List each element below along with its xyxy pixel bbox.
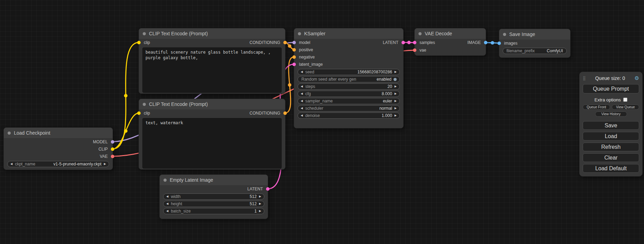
widget-steps[interactable]: ◀ steps 20 ▶ [298,83,400,90]
output-label: VAE [100,154,108,159]
node-titlebar[interactable]: VAE Decode [415,28,486,39]
widget-value: ComfyUI [547,48,563,53]
decrement-icon[interactable]: ◀ [166,202,168,205]
widget-ckpt-name[interactable]: ◀ ckpt_name v1-5-pruned-emaonly.ckpt ▶ [7,161,109,167]
widget-name: width [171,194,180,199]
extra-options-checkbox[interactable] [623,98,627,102]
node-titlebar[interactable]: CLIP Text Encode (Prompt) [139,99,285,109]
collapse-dot-icon[interactable] [298,32,301,35]
slot-row: clip CONDITIONING [139,39,285,46]
load-button[interactable]: Load [583,132,639,141]
node-vae-decode[interactable]: VAE Decode samples IMAGE vae [414,28,486,56]
decrement-icon[interactable]: ◀ [301,107,303,110]
increment-icon[interactable]: ▶ [395,92,397,95]
settings-gear-icon[interactable]: ⚙ [635,75,639,81]
increment-icon[interactable]: ▶ [395,100,397,102]
widget-name: height [171,201,182,206]
output-port-latent[interactable] [402,41,405,44]
view-queue-button[interactable]: View Queue [612,105,639,110]
input-port-images[interactable] [497,42,501,45]
load-default-button[interactable]: Load Default [583,164,639,173]
increment-icon[interactable]: ▶ [259,210,261,213]
output-port-latent[interactable] [266,187,270,191]
output-port-clip[interactable] [111,147,114,151]
widget-name: sampler_name [305,99,333,103]
save-button[interactable]: Save [583,121,639,130]
collapse-dot-icon[interactable] [418,32,422,35]
node-titlebar[interactable]: Empty Latent Image [160,175,268,185]
collapse-dot-icon[interactable] [8,132,11,135]
widget-height[interactable]: ◀ height 512 ▶ [163,201,264,207]
input-port-clip[interactable] [137,41,141,44]
output-port-conditioning[interactable] [283,111,287,115]
input-port-samples[interactable] [413,41,416,44]
node-titlebar[interactable]: CLIP Text Encode (Prompt) [139,28,285,39]
input-port-positive[interactable] [292,48,296,52]
widget-sampler-name[interactable]: ◀ sampler_name euler ▶ [298,98,400,104]
decrement-icon[interactable]: ◀ [10,163,12,165]
increment-icon[interactable]: ▶ [395,114,397,117]
collapse-dot-icon[interactable] [143,103,146,106]
collapse-dot-icon[interactable] [164,179,167,182]
queue-front-button[interactable]: Queue Front [583,105,610,110]
toggle-dot-icon[interactable] [394,78,397,81]
output-port-vae[interactable] [111,155,114,158]
output-label: IMAGE [467,40,481,45]
view-history-button[interactable]: View History [595,111,627,117]
input-label: latent_image [299,62,323,67]
slot-row: vae [415,46,486,54]
increment-icon[interactable]: ▶ [259,195,261,198]
clear-button[interactable]: Clear [583,153,639,162]
negative-prompt-textarea[interactable]: text, watermark [142,118,282,169]
output-port-model[interactable] [111,140,114,144]
decrement-icon[interactable]: ◀ [166,210,168,213]
input-port-clip[interactable] [137,111,141,115]
input-port-negative[interactable] [292,55,296,59]
output-label: CLIP [98,147,108,152]
positive-prompt-textarea[interactable]: beautiful scenery nature glass bottle la… [142,47,282,93]
node-clip-text-encode-positive[interactable]: CLIP Text Encode (Prompt) clip CONDITION… [139,28,285,94]
collapse-dot-icon[interactable] [143,32,146,35]
node-load-checkpoint[interactable]: Load Checkpoint MODEL CLIP VAE ◀ ckpt_na… [3,127,113,170]
decrement-icon[interactable]: ◀ [301,114,303,117]
widget-width[interactable]: ◀ width 512 ▶ [163,193,264,200]
node-titlebar[interactable]: Save Image [499,29,570,39]
graph-canvas[interactable]: { "colors": { "model": "#B39DDB", "clip"… [0,0,644,244]
input-label: vae [420,48,426,53]
output-port-image[interactable] [484,41,487,44]
node-titlebar[interactable]: Load Checkpoint [4,128,113,138]
decrement-icon[interactable]: ◀ [166,195,168,198]
node-clip-text-encode-negative[interactable]: CLIP Text Encode (Prompt) clip CONDITION… [139,99,285,170]
widget-seed[interactable]: ◀ seed 156680208700286 ▶ [298,69,400,75]
widget-filename-prefix[interactable]: filename_prefix ComfyUI [503,48,567,54]
input-port-model[interactable] [292,41,296,44]
node-save-image[interactable]: Save Image images filename_prefix ComfyU… [499,29,571,58]
widget-random-seed-toggle[interactable]: Random seed after every gen enabled [298,76,400,82]
refresh-button[interactable]: Refresh [583,143,639,151]
decrement-icon[interactable]: ◀ [301,92,303,95]
increment-icon[interactable]: ▶ [259,202,261,205]
widget-batch-size[interactable]: ◀ batch_size 1 ▶ [163,208,264,214]
increment-icon[interactable]: ▶ [395,71,397,73]
widget-scheduler[interactable]: ◀ scheduler normal ▶ [298,105,400,111]
input-port-vae[interactable] [413,48,416,52]
queue-prompt-button[interactable]: Queue Prompt [583,84,639,93]
widget-cfg[interactable]: ◀ cfg 8.000 ▶ [298,91,400,97]
drag-handle-icon[interactable]: ⣿ [583,76,586,81]
decrement-icon[interactable]: ◀ [301,71,303,73]
output-port-conditioning[interactable] [283,41,287,44]
node-empty-latent-image[interactable]: Empty Latent Image LATENT ◀ width 512 ▶ … [159,174,268,219]
queue-pill-row: Queue Front View Queue [583,105,639,110]
decrement-icon[interactable]: ◀ [301,85,303,88]
increment-icon[interactable]: ▶ [395,85,397,88]
slot-row: model LATENT [294,39,403,46]
input-label: model [299,40,310,45]
widget-denoise[interactable]: ◀ denoise 1.000 ▶ [298,112,400,119]
node-titlebar[interactable]: KSampler [294,28,403,39]
increment-icon[interactable]: ▶ [395,107,397,110]
collapse-dot-icon[interactable] [503,33,506,36]
decrement-icon[interactable]: ◀ [301,100,303,102]
increment-icon[interactable]: ▶ [104,163,106,165]
input-port-latent-image[interactable] [292,63,296,66]
node-ksampler[interactable]: KSampler model LATENT positive negative … [294,28,404,128]
